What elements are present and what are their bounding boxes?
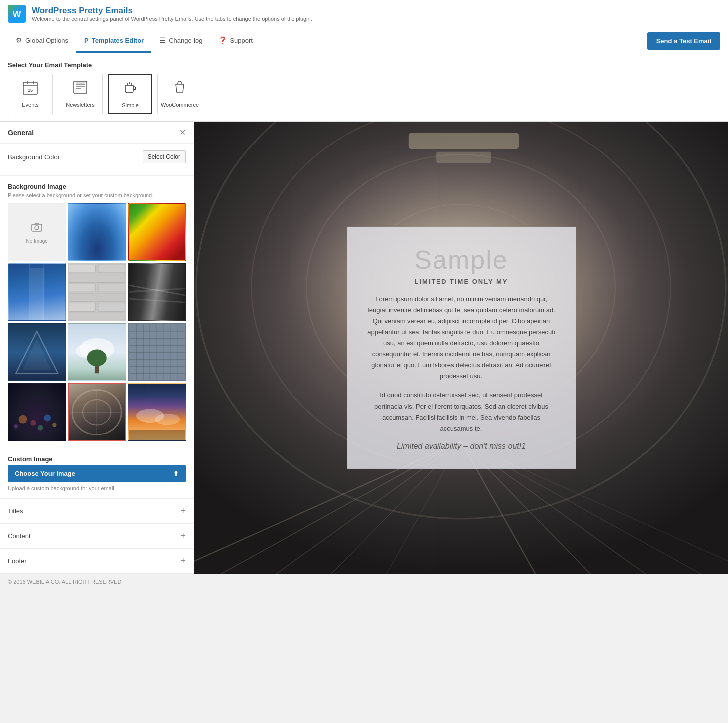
send-test-email-button[interactable]: Send a Test Email (647, 32, 720, 50)
svg-rect-23 (69, 274, 125, 283)
template-item-woocommerce[interactable]: WooCommerce (157, 74, 202, 114)
footer-copyright: © 2016 WEBILIA CO. ALL RIGHT RESERVED (8, 579, 121, 585)
select-color-button[interactable]: Select Color (143, 150, 186, 163)
svg-rect-75 (436, 152, 491, 163)
tab-change-log[interactable]: ☰ Change-log (151, 29, 210, 53)
background-image-section: Background Image Please select a backgro… (0, 176, 194, 448)
svg-line-33 (129, 299, 185, 303)
bg-image-colorful-sticks[interactable] (128, 203, 186, 261)
gear-icon: ⚙ (16, 36, 22, 44)
app-title-block: WordPress Pretty Emails Welcome to the c… (32, 6, 312, 22)
template-list: 15 Events Newsletters (8, 74, 720, 114)
titles-label: Titles (8, 507, 23, 515)
close-button[interactable]: ✕ (179, 128, 186, 137)
svg-point-39 (87, 349, 107, 366)
choose-image-button[interactable]: Choose Your Image ⬆ (8, 465, 186, 482)
template-item-newsletters[interactable]: Newsletters (58, 74, 103, 114)
svg-rect-15 (32, 224, 42, 231)
svg-rect-24 (69, 284, 95, 292)
template-events-label: Events (22, 102, 39, 108)
expand-titles-icon: + (180, 506, 186, 516)
svg-point-60 (38, 425, 43, 430)
expand-content-icon: + (180, 531, 186, 541)
svg-point-55 (19, 415, 27, 424)
upload-icon: ⬆ (173, 470, 179, 477)
bg-image-white-brick[interactable] (68, 263, 126, 321)
background-image-title: Background Image (8, 183, 186, 190)
bg-image-tunnel[interactable] (68, 383, 126, 441)
coffee-cup-icon (122, 80, 138, 99)
bg-image-blue-dome[interactable] (68, 203, 126, 261)
svg-rect-11 (76, 82, 85, 84)
app-subtitle: Welcome to the central settings panel of… (32, 16, 312, 22)
background-color-row: Background Color Select Color (8, 150, 186, 163)
template-simple-label: Simple (122, 102, 139, 108)
svg-point-66 (155, 414, 180, 425)
collapsible-content-header[interactable]: Content + (0, 524, 194, 548)
template-icon: P (84, 37, 89, 44)
custom-image-section: Custom Image Choose Your Image ⬆ Upload … (0, 448, 194, 499)
email-body-paragraph-1: Lorem ipsum dolor sit amet, no minim ven… (367, 294, 556, 382)
svg-rect-27 (69, 303, 95, 312)
email-content-box: Sample LIMITED TIME ONLY MY Lorem ipsum … (347, 227, 576, 469)
newsletter-icon (72, 79, 88, 99)
camera-icon (31, 221, 43, 236)
collapsible-footer-header[interactable]: Footer + (0, 549, 194, 573)
general-section-header: General ✕ (0, 122, 194, 144)
editor-layout: General ✕ Background Color Select Color … (0, 122, 728, 574)
collapsible-titles: Titles + (0, 499, 194, 524)
bg-image-triangle-sky[interactable] (8, 323, 66, 381)
svg-rect-67 (129, 430, 185, 440)
collapsible-titles-header[interactable]: Titles + (0, 499, 194, 523)
tab-templates-editor[interactable]: P Templates Editor (76, 30, 151, 53)
app-footer: © 2016 WEBILIA CO. ALL RIGHT RESERVED (0, 574, 728, 590)
bg-image-sunset-clouds[interactable] (128, 383, 186, 441)
svg-rect-22 (98, 264, 125, 273)
question-icon: ❓ (218, 36, 227, 44)
svg-rect-17 (30, 268, 44, 320)
svg-point-56 (31, 420, 36, 426)
email-cta-text: Limited availability – don't miss out!1 (367, 442, 556, 451)
left-panel: General ✕ Background Color Select Color … (0, 122, 194, 574)
background-image-hint: Please select a background or set your c… (8, 192, 186, 198)
svg-point-57 (44, 414, 51, 421)
svg-rect-25 (98, 284, 125, 292)
svg-rect-74 (409, 133, 519, 149)
app-logo: W (8, 5, 26, 23)
bg-image-bokeh-lights[interactable] (8, 383, 66, 441)
main-content: Select Your Email Template 15 Events (0, 54, 728, 574)
svg-rect-26 (69, 293, 125, 302)
tab-support[interactable]: ❓ Support (210, 29, 261, 53)
svg-rect-28 (98, 303, 125, 312)
template-selector: Select Your Email Template 15 Events (0, 54, 728, 122)
shopping-bag-icon (172, 79, 188, 99)
email-preview: Sample LIMITED TIME ONLY MY Lorem ipsum … (194, 122, 728, 574)
app-header: W WordPress Pretty Emails Welcome to the… (0, 0, 728, 28)
collapsible-content: Content + (0, 524, 194, 549)
expand-footer-icon: + (180, 556, 186, 566)
tab-global-options[interactable]: ⚙ Global Options (8, 29, 76, 53)
svg-point-59 (14, 424, 18, 428)
app-title: WordPress Pretty Emails (32, 6, 312, 16)
bg-image-dark-motion[interactable] (128, 263, 186, 321)
background-color-label: Background Color (8, 153, 60, 161)
tab-global-options-label: Global Options (25, 37, 68, 44)
bg-image-grid-building[interactable] (128, 323, 186, 381)
background-image-grid: No Image (8, 203, 186, 441)
collapsible-footer: Footer + (0, 549, 194, 574)
svg-line-32 (129, 289, 185, 292)
svg-text:15: 15 (28, 88, 33, 93)
template-woocommerce-label: WooCommerce (161, 102, 199, 108)
calendar-icon: 15 (22, 79, 38, 99)
bg-image-blue-building[interactable] (8, 263, 66, 321)
general-section-title: General (8, 129, 34, 137)
template-newsletters-label: Newsletters (66, 102, 94, 108)
svg-marker-35 (23, 338, 51, 370)
bg-image-clouds-trees[interactable] (68, 323, 126, 381)
template-item-simple[interactable]: Simple (108, 74, 152, 114)
svg-point-58 (52, 423, 56, 427)
custom-image-hint: Upload a custom background for your emai… (8, 485, 186, 491)
no-image-option[interactable]: No Image (8, 203, 66, 261)
tab-templates-editor-label: Templates Editor (92, 37, 144, 44)
template-item-events[interactable]: 15 Events (8, 74, 53, 114)
